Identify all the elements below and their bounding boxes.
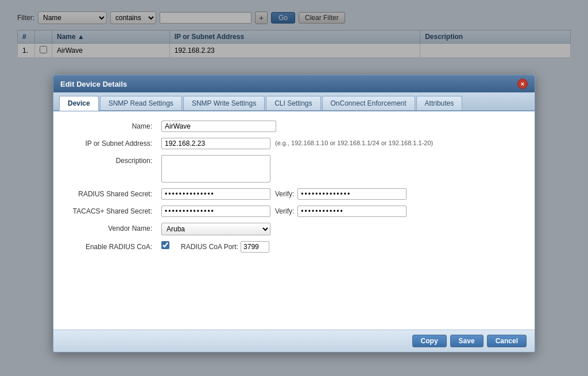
tab-snmp-write[interactable]: SNMP Write Settings bbox=[183, 96, 265, 110]
tab-snmp-read[interactable]: SNMP Read Settings bbox=[100, 96, 182, 110]
tab-onconnect[interactable]: OnConnect Enforcement bbox=[322, 96, 415, 110]
name-label: Name: bbox=[65, 121, 157, 130]
radius-label: RADIUS Shared Secret: bbox=[65, 188, 157, 198]
tab-device[interactable]: Device bbox=[59, 96, 99, 111]
tacacs-verify-input[interactable] bbox=[297, 206, 407, 217]
tacacs-verify-label: Verify: bbox=[275, 207, 294, 215]
tacacs-label: TACACS+ Shared Secret: bbox=[65, 206, 157, 215]
radius-verify-group: Verify: bbox=[275, 188, 407, 200]
modal-title: Edit Device Details bbox=[60, 80, 127, 88]
description-row: Description: bbox=[65, 155, 523, 183]
tab-cli-settings[interactable]: CLI Settings bbox=[266, 96, 320, 110]
modal-body: Name: IP or Subnet Address: (e.g., 192.1… bbox=[53, 111, 535, 330]
name-input[interactable] bbox=[161, 121, 276, 132]
modal-header: Edit Device Details × bbox=[53, 75, 535, 92]
modal-close-button[interactable]: × bbox=[517, 79, 528, 89]
coa-port-label: RADIUS CoA Port: bbox=[181, 243, 238, 251]
ip-hint: (e.g., 192.168.1.10 or 192.168.1.1/24 or… bbox=[275, 138, 433, 146]
vendor-select[interactable]: Aruba Cisco Juniper HP Other bbox=[161, 223, 270, 235]
tacacs-input[interactable] bbox=[161, 206, 270, 217]
modal-tabs: Device SNMP Read Settings SNMP Write Set… bbox=[53, 92, 535, 111]
radius-coa-row: Enable RADIUS CoA: RADIUS CoA Port: bbox=[65, 241, 523, 253]
copy-button[interactable]: Copy bbox=[412, 335, 447, 347]
vendor-label: Vendor Name: bbox=[65, 223, 157, 232]
radius-coa-checkbox[interactable] bbox=[161, 241, 169, 249]
radius-row: RADIUS Shared Secret: Verify: bbox=[65, 188, 523, 200]
ip-input[interactable] bbox=[161, 138, 270, 149]
description-label: Description: bbox=[65, 155, 157, 165]
edit-device-dialog: Edit Device Details × Device SNMP Read S… bbox=[53, 75, 535, 352]
radius-input[interactable] bbox=[161, 188, 270, 200]
tacacs-verify-group: Verify: bbox=[275, 206, 407, 217]
vendor-row: Vendor Name: Aruba Cisco Juniper HP Othe… bbox=[65, 223, 523, 235]
coa-port-input[interactable] bbox=[241, 241, 269, 253]
tab-attributes[interactable]: Attributes bbox=[416, 96, 463, 110]
modal-footer: Copy Save Cancel bbox=[53, 330, 535, 352]
tacacs-row: TACACS+ Shared Secret: Verify: bbox=[65, 206, 523, 217]
save-button[interactable]: Save bbox=[450, 335, 483, 347]
description-input[interactable] bbox=[161, 155, 270, 183]
radius-verify-input[interactable] bbox=[297, 188, 407, 200]
cancel-button[interactable]: Cancel bbox=[487, 335, 527, 347]
radius-coa-label: Enable RADIUS CoA: bbox=[65, 241, 157, 251]
ip-label: IP or Subnet Address: bbox=[65, 138, 157, 148]
radius-verify-label: Verify: bbox=[275, 190, 294, 198]
modal-overlay: Edit Device Details × Device SNMP Read S… bbox=[0, 0, 588, 376]
name-row: Name: bbox=[65, 121, 523, 132]
ip-row: IP or Subnet Address: (e.g., 192.168.1.1… bbox=[65, 138, 523, 149]
